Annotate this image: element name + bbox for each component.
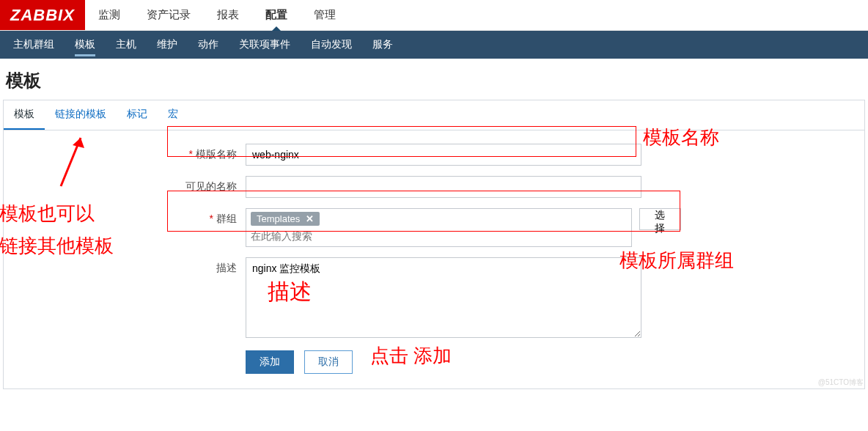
groups-multiselect[interactable]: Templates ✕ [246, 208, 632, 247]
subnav-hosts[interactable]: 主机 [106, 31, 147, 59]
form-card: 模板 链接的模板 标记 宏 *模版名称 可见的名称 *群组 Templates [3, 100, 865, 389]
watermark: @51CTO博客 [818, 377, 864, 388]
remove-tag-icon[interactable]: ✕ [306, 213, 314, 224]
zabbix-logo: ZABBIX [0, 0, 85, 30]
template-name-input[interactable] [246, 144, 641, 166]
group-tag-templates[interactable]: Templates ✕ [251, 212, 320, 226]
add-button[interactable]: 添加 [246, 350, 294, 374]
subnav-maintenance[interactable]: 维护 [147, 31, 188, 59]
tab-tags[interactable]: 标记 [117, 100, 158, 130]
label-groups: *群组 [18, 208, 246, 226]
groups-search-input[interactable] [251, 229, 627, 243]
nav-admin[interactable]: 管理 [301, 0, 349, 30]
subnav-actions[interactable]: 动作 [188, 31, 229, 59]
subnav-hostgroups[interactable]: 主机群组 [3, 31, 65, 59]
primary-nav: 监测 资产记录 报表 配置 管理 [85, 0, 349, 30]
cancel-button[interactable]: 取消 [304, 350, 353, 374]
description-textarea[interactable] [246, 257, 641, 338]
label-visible-name: 可见的名称 [18, 176, 246, 194]
tab-macros[interactable]: 宏 [158, 100, 188, 130]
secondary-nav: 主机群组 模板 主机 维护 动作 关联项事件 自动发现 服务 [0, 31, 868, 59]
subnav-templates[interactable]: 模板 [65, 31, 106, 59]
visible-name-input[interactable] [246, 176, 641, 198]
page-title: 模板 [0, 59, 868, 100]
tab-template[interactable]: 模板 [4, 100, 45, 130]
tab-linked-templates[interactable]: 链接的模板 [45, 100, 117, 130]
groups-select-button[interactable]: 选择 [639, 208, 681, 230]
nav-inventory[interactable]: 资产记录 [133, 0, 204, 30]
subnav-services[interactable]: 服务 [362, 31, 403, 59]
nav-monitor[interactable]: 监测 [85, 0, 133, 30]
nav-config[interactable]: 配置 [252, 0, 301, 30]
subnav-correlation[interactable]: 关联项事件 [229, 31, 301, 59]
nav-reports[interactable]: 报表 [204, 0, 252, 30]
form-tabs: 模板 链接的模板 标记 宏 [4, 100, 864, 130]
label-template-name: *模版名称 [18, 144, 246, 161]
template-form: *模版名称 可见的名称 *群组 Templates ✕ [4, 130, 864, 388]
subnav-discovery[interactable]: 自动发现 [301, 31, 362, 59]
label-description: 描述 [18, 257, 246, 275]
top-bar: ZABBIX 监测 资产记录 报表 配置 管理 [0, 0, 868, 31]
